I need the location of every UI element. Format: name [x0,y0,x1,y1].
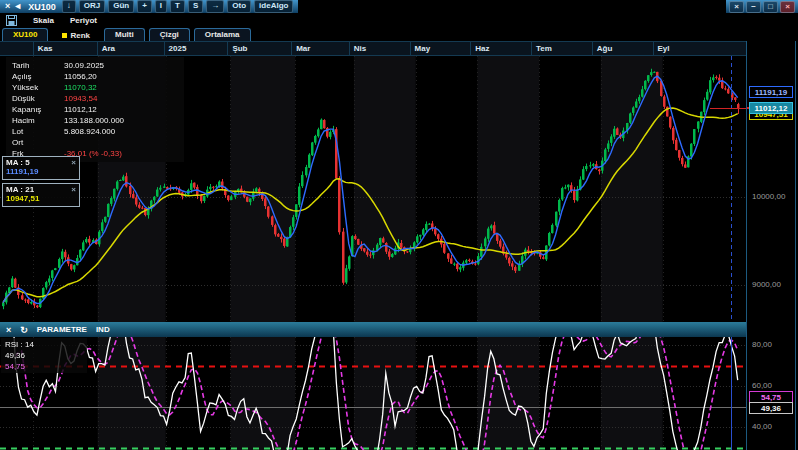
data-label: Yüksek [12,82,64,93]
idealgo-button[interactable]: ideAlgo [254,0,293,13]
data-label: Tarih [12,60,64,71]
month-label-Kas: Kas [33,42,97,55]
symbol-title: XU100 [28,2,56,12]
data-label: Kapanış [12,104,64,115]
data-value: 11056,20 [64,71,97,82]
window-controls: ×−□× [726,0,798,13]
ind-button[interactable]: IND [96,325,110,334]
symbol-down-button[interactable]: ↓ [62,0,76,13]
ma5-legend-box[interactable]: MA : 5 × 11191,19 [2,156,80,180]
data-row-yüksek: Yüksek11070,32 [12,82,178,93]
data-value: 10943,54 [64,93,97,104]
data-row-açılış: Açılış11056,20 [12,71,178,82]
menu-skala[interactable]: Skala [33,16,54,25]
price-gridline-label: 10000,00 [752,192,785,201]
ma5-price-label: 11191,19 [749,86,793,98]
data-value: 133.188.000.000 [64,115,124,126]
data-label: Düşük [12,93,64,104]
data-value: 11070,32 [64,82,97,93]
tab-xu100[interactable]: XU100 [2,28,48,41]
rsi-gridline-label: 60,00 [752,381,772,390]
indicator-refresh-icon[interactable]: ↻ [20,325,28,335]
price-axis[interactable]: 10000,009000,0011191,1910947,5111012,128… [746,41,798,450]
rsi-legend-value: 49,36 [5,350,83,361]
time-axis[interactable]: KasAra2025ŞubMarNisMayHazTemAğuEyl [0,41,746,56]
data-value: 11012,12 [64,104,97,115]
month-label-2025: 2025 [164,42,228,55]
tab-multi[interactable]: Multi [104,28,145,41]
oto-button[interactable]: Oto [227,0,251,13]
menu-bar: SkalaPeriyot [0,13,798,27]
parametre-button[interactable]: PARAMETRE [37,325,87,334]
ohlc-data-panel: Tarih30.09.2025Açılış11056,20Yüksek11070… [6,57,184,162]
minimize-button[interactable]: − [746,1,761,13]
close-icon[interactable]: × [5,0,10,13]
month-label-Şub: Şub [227,42,291,55]
data-label: Lot [12,126,64,137]
data-value: 30.09.2025 [64,60,104,71]
data-value: 5.808.924.000 [64,126,115,137]
toolbar-buttons: ↓ORJGün+ITS→OtoideAlgo [62,0,294,13]
indicator-close-icon[interactable]: × [6,325,11,335]
forward-button[interactable]: → [206,0,224,13]
indicator-panel-header: × ↻ PARAMETRE IND [0,322,746,337]
data-row-kapanış: Kapanış11012,12 [12,104,178,115]
menu-items: SkalaPeriyot [33,16,97,25]
chart-close-button[interactable]: × [729,1,744,13]
back-arrow-icon[interactable]: ◄ [13,0,22,13]
trend-button[interactable]: T [170,0,185,13]
save-icon[interactable] [6,15,17,26]
title-bar-spacer [298,0,726,13]
data-label: Açılış [12,71,64,82]
ma5-legend-label: MA : 5 [6,158,30,167]
ma5-remove-icon[interactable]: × [71,158,76,167]
rsi-legend-name: RSI : 14 [5,339,83,350]
title-bar: × ◄ XU100 ↓ORJGün+ITS→OtoideAlgo ×−□× [0,0,798,13]
month-label-Eyl: Eyl [653,42,735,55]
rsi-value-label: 49,36 [749,402,793,414]
month-label-Mar: Mar [291,42,349,55]
month-label-Haz: Haz [470,42,531,55]
month-label-Ara: Ara [97,42,164,55]
chart-window: × ◄ XU100 ↓ORJGün+ITS→OtoideAlgo ×−□× Sk… [0,0,798,450]
orj-button[interactable]: ORJ [79,0,105,13]
renk-control[interactable]: Renk [62,29,90,41]
data-row-lot: Lot5.808.924.000 [12,126,178,137]
settings-button[interactable]: S [188,0,203,13]
menu-periyot[interactable]: Periyot [70,16,97,25]
ma5-legend-value: 11191,19 [6,167,76,176]
data-row-tarih: Tarih30.09.2025 [12,60,178,71]
color-swatch-icon [62,33,67,38]
data-row-düşük: Düşük10943,54 [12,93,178,104]
rsi-legend: RSI : 14 49,36 54,75 [1,338,87,373]
data-label: Ort [12,137,64,148]
indicator-button[interactable]: I [155,0,167,13]
period-gun-button[interactable]: Gün [108,0,134,13]
rsi-indicator-chart[interactable] [0,337,746,450]
month-label-Tem: Tem [531,42,592,55]
price-gridline-label: 9000,00 [752,280,781,289]
data-row-hacim: Hacim133.188.000.000 [12,115,178,126]
zoom-in-button[interactable]: + [137,0,152,13]
ma21-remove-icon[interactable]: × [71,185,76,194]
rsi-gridline-label: 40,00 [752,422,772,431]
title-bar-left: × ◄ XU100 ↓ORJGün+ITS→OtoideAlgo [0,0,298,13]
renk-label: Renk [70,31,90,40]
last-price-label: 11012,12 [749,102,793,114]
tab-items: MultiÇizgiOrtalama [104,28,250,41]
data-label: Hacim [12,115,64,126]
tab-ortalama[interactable]: Ortalama [194,28,251,41]
data-row-ort: Ort [12,137,178,148]
rsi-gridline-label: 80,00 [752,340,772,349]
rsi-legend-ma-value: 54,75 [5,361,83,372]
ma21-legend-box[interactable]: MA : 21 × 10947,51 [2,183,80,207]
ma21-legend-value: 10947,51 [6,194,76,203]
tab-bar: XU100 Renk MultiÇizgiOrtalama [0,27,798,41]
window-close-button[interactable]: × [780,1,795,13]
maximize-button[interactable]: □ [763,1,778,13]
month-label-Nis: Nis [349,42,410,55]
tab-cizgi[interactable]: Çizgi [149,28,190,41]
month-label-May: May [410,42,471,55]
month-label-pre [0,42,33,55]
ma21-legend-label: MA : 21 [6,185,34,194]
